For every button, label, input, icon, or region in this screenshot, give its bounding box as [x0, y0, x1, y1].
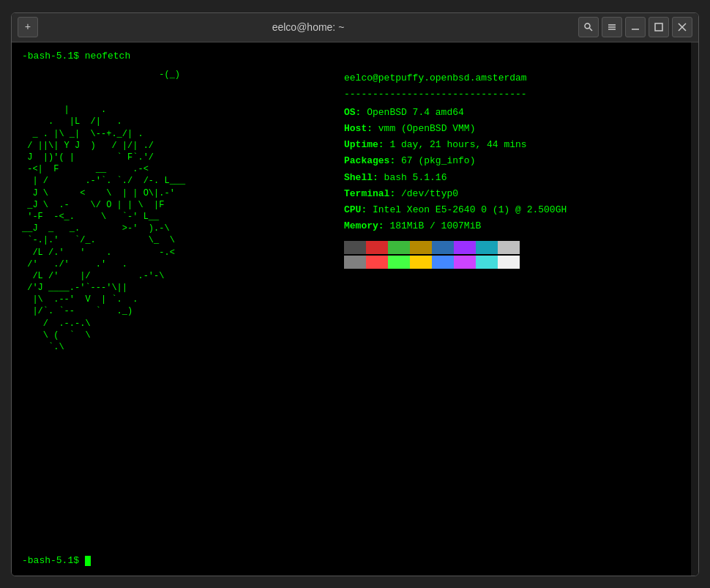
maximize-icon [654, 22, 664, 32]
color-swatch [410, 241, 432, 254]
packages-key: Packages: [344, 155, 395, 166]
color-swatch [432, 256, 454, 269]
host-value: vmm (OpenBSD VMM) [373, 123, 475, 134]
shell-row: Shell: bash 5.1.16 [344, 171, 567, 185]
color-swatch [454, 256, 476, 269]
memory-row: Memory: 181MiB / 1007MiB [344, 219, 567, 234]
color-swatch [388, 241, 410, 254]
palette-row-1 [344, 241, 567, 254]
bottom-prompt: -bash-5.1$ [22, 555, 85, 566]
cpu-value: Intel Xeon E5-2640 0 (1) @ 2.500GH [367, 204, 567, 215]
window-title: eelco@home: ~ [272, 21, 345, 33]
minimize-button[interactable] [625, 17, 646, 37]
os-value: OpenBSD 7.4 amd64 [361, 107, 463, 118]
uptime-value: 1 day, 21 hours, 44 mins [384, 139, 527, 150]
terminal-window: + eelco@home: ~ [11, 12, 699, 576]
titlebar-left: + [18, 17, 38, 37]
color-swatch [366, 241, 388, 254]
shell-value: bash 5.1.16 [378, 172, 447, 183]
username-host: eelco@petpuffy.openbsd.amsterdam [344, 72, 567, 85]
os-row: OS: OpenBSD 7.4 amd64 [344, 105, 567, 120]
host-key: Host: [344, 123, 373, 134]
cursor [85, 556, 91, 566]
packages-row: Packages: 67 (pkg_info) [344, 154, 567, 168]
cpu-key: CPU: [344, 204, 367, 215]
color-swatch [366, 256, 388, 269]
info-panel: eelco@petpuffy.openbsd.amsterdam -------… [344, 69, 567, 548]
os-key: OS: [344, 107, 361, 118]
separator: -------------------------------- [344, 88, 567, 101]
menu-button[interactable] [602, 17, 622, 37]
color-swatch [344, 241, 366, 254]
uptime-row: Uptime: 1 day, 21 hours, 44 mins [344, 138, 567, 152]
titlebar-right [578, 17, 692, 37]
command-text: neofetch [79, 51, 130, 62]
menu-icon [607, 22, 617, 32]
uptime-key: Uptime: [344, 139, 384, 150]
svg-point-0 [585, 23, 590, 29]
palette-row-2 [344, 256, 567, 269]
terminal-value: /dev/ttyp0 [395, 188, 458, 199]
cpu-row: CPU: Intel Xeon E5-2640 0 (1) @ 2.500GH [344, 203, 567, 217]
terminal-key: Terminal: [344, 188, 395, 199]
terminal-body[interactable]: -bash-5.1$ neofetch -(_) | . . |L /| . _… [12, 42, 691, 576]
prompt: -bash-5.1$ [22, 51, 79, 62]
svg-rect-6 [655, 23, 662, 31]
search-icon [583, 22, 594, 32]
close-button[interactable] [672, 17, 692, 37]
color-swatch [476, 241, 498, 254]
scrollbar[interactable] [691, 42, 698, 576]
color-swatch [388, 256, 410, 269]
titlebar: + eelco@home: ~ [12, 13, 698, 42]
neofetch-area: -(_) | . . |L /| . _ . |\ _| \--+._/| . … [22, 69, 681, 548]
ascii-art: -(_) | . . |L /| . _ . |\ _| \--+._/| . … [22, 69, 329, 548]
color-swatch [344, 256, 366, 269]
color-swatch [410, 256, 432, 269]
bottom-prompt-line: -bash-5.1$ [22, 554, 681, 567]
add-tab-button[interactable]: + [18, 17, 38, 37]
host-row: Host: vmm (OpenBSD VMM) [344, 122, 567, 136]
memory-key: Memory: [344, 220, 384, 231]
shell-key: Shell: [344, 172, 378, 183]
color-palette [344, 241, 567, 269]
color-swatch [498, 256, 520, 269]
color-swatch [476, 256, 498, 269]
terminal-row: Terminal: /dev/ttyp0 [344, 187, 567, 201]
color-swatch [498, 241, 520, 254]
memory-value: 181MiB / 1007MiB [384, 220, 482, 231]
command-line: -bash-5.1$ neofetch [22, 50, 681, 63]
packages-value: 67 (pkg_info) [395, 155, 475, 166]
svg-line-1 [590, 29, 593, 31]
minimize-icon [630, 22, 640, 32]
search-button[interactable] [578, 17, 599, 37]
color-swatch [432, 241, 454, 254]
maximize-button[interactable] [649, 17, 669, 37]
close-icon [677, 22, 687, 32]
color-swatch [454, 241, 476, 254]
